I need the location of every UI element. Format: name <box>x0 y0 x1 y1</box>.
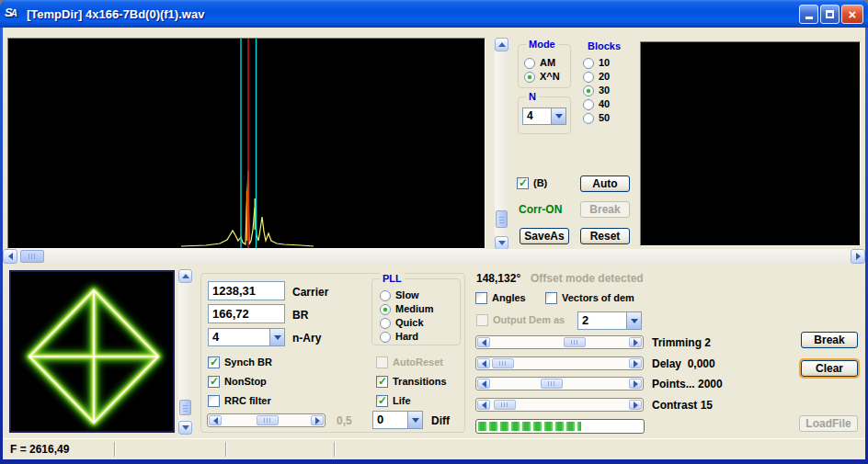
radio-mode-am[interactable]: AM <box>524 57 555 69</box>
radio-mode-xn[interactable]: X^N <box>524 71 560 83</box>
constellation-vscrollbar[interactable] <box>178 269 192 435</box>
radio-icon <box>380 332 391 343</box>
saveas-button[interactable]: SaveAs <box>520 228 569 244</box>
scroll-up-button[interactable] <box>495 38 508 51</box>
radio-icon <box>583 72 594 83</box>
slider-thumb[interactable] <box>257 415 279 425</box>
slider-left-button[interactable] <box>477 379 490 389</box>
scroll-thumb[interactable] <box>496 210 508 228</box>
nary-dropdown-button[interactable] <box>269 329 284 345</box>
close-button[interactable]: × <box>841 5 863 24</box>
contrast-slider[interactable] <box>475 398 644 412</box>
slider-right-button[interactable] <box>311 415 324 425</box>
slider-thumb[interactable] <box>564 337 586 347</box>
n-dropdown-button[interactable] <box>551 108 565 124</box>
slider-left-button[interactable] <box>477 358 490 368</box>
output-dem-as-checkbox: Output Dem as <box>476 314 565 326</box>
br-input[interactable] <box>208 304 285 323</box>
arrow-down-icon <box>182 425 189 434</box>
n-combobox[interactable]: 4 <box>522 108 566 125</box>
arrow-left-icon <box>478 360 486 368</box>
carrier-input[interactable] <box>208 281 285 300</box>
constellation-display[interactable] <box>9 270 175 433</box>
arrow-left-icon <box>5 253 13 260</box>
auto-button[interactable]: Auto <box>580 175 630 192</box>
points-slider[interactable] <box>475 377 644 390</box>
mode-group-label: Mode <box>526 39 558 50</box>
delay-label: Delay 0,000 <box>652 357 715 370</box>
radio-icon <box>583 99 594 110</box>
spectrum-display[interactable] <box>7 38 485 249</box>
checkbox-disabled-icon <box>476 314 488 326</box>
scroll-thumb[interactable] <box>179 400 191 415</box>
scroll-thumb[interactable] <box>20 250 44 263</box>
radio-blocks-20[interactable]: 20 <box>583 71 610 83</box>
status-divider <box>334 442 335 457</box>
output-dem-combobox[interactable]: 2 <box>577 311 642 330</box>
nary-value: 4 <box>209 329 269 345</box>
scroll-down-button[interactable] <box>178 421 192 435</box>
reset-button[interactable]: Reset <box>580 228 630 244</box>
break-button[interactable]: Break <box>801 332 858 348</box>
br-label: BR <box>292 309 308 322</box>
vectors-of-dem-checkbox[interactable]: Vectors of dem <box>545 292 634 304</box>
radio-pll-quick[interactable]: Quick <box>380 317 424 329</box>
output-dem-dropdown-button[interactable] <box>626 312 641 329</box>
rrc-slider-value: 0,5 <box>337 414 352 427</box>
arrow-right-icon <box>856 253 864 260</box>
diff-dropdown-button[interactable] <box>407 412 422 428</box>
minimize-button[interactable] <box>799 5 818 24</box>
rrc-filter-checkbox[interactable]: RRC filter <box>208 395 271 407</box>
progress-fill <box>478 422 581 431</box>
angles-checkbox[interactable]: Angles <box>475 292 526 304</box>
radio-blocks-10[interactable]: 10 <box>583 57 610 69</box>
maximize-icon <box>826 10 834 18</box>
radio-pll-hard[interactable]: Hard <box>380 331 418 343</box>
scroll-right-button[interactable] <box>851 249 865 264</box>
trimming-slider[interactable] <box>475 335 644 349</box>
spectrum-vscrollbar[interactable] <box>495 38 508 250</box>
rrc-slider[interactable] <box>207 413 326 427</box>
b-checkbox[interactable]: (B) <box>517 177 547 189</box>
slider-left-button[interactable] <box>477 400 490 410</box>
slider-right-button[interactable] <box>629 337 642 347</box>
arrow-left-icon <box>210 417 218 424</box>
title-bar[interactable]: SA [TempDir] 4x166-7Bd(0)(f1).wav × <box>0 0 868 28</box>
radio-pll-slow[interactable]: Slow <box>380 289 419 301</box>
nary-combobox[interactable]: 4 <box>208 328 285 346</box>
slider-right-button[interactable] <box>629 358 642 368</box>
slider-left-button[interactable] <box>477 337 490 347</box>
constellation-figure <box>11 272 173 431</box>
arrow-down-icon <box>498 241 506 249</box>
secondary-display[interactable] <box>640 41 861 246</box>
radio-blocks-50[interactable]: 50 <box>583 112 610 124</box>
slider-right-button[interactable] <box>629 400 642 410</box>
radio-blocks-40[interactable]: 40 <box>583 98 610 110</box>
slider-thumb[interactable] <box>494 400 516 410</box>
diff-combobox[interactable]: 0 <box>372 411 423 429</box>
scroll-left-button[interactable] <box>3 249 17 264</box>
transitions-checkbox[interactable]: Transitions <box>376 376 447 388</box>
delay-slider[interactable] <box>475 356 644 370</box>
nonstop-checkbox[interactable]: NonStop <box>208 376 267 388</box>
synch-br-checkbox[interactable]: Synch BR <box>208 356 272 368</box>
radio-blocks-30[interactable]: 30 <box>583 85 610 96</box>
diff-value: 0 <box>373 412 407 428</box>
status-frequency: F = 2616,49 <box>10 443 69 456</box>
life-checkbox[interactable]: Life <box>376 395 411 407</box>
arrow-left-icon <box>478 380 486 388</box>
window-controls: × <box>799 5 863 24</box>
slider-right-button[interactable] <box>629 379 642 389</box>
arrow-right-icon <box>634 360 642 368</box>
scroll-up-button[interactable] <box>178 269 192 283</box>
slider-left-button[interactable] <box>209 415 222 425</box>
slider-thumb[interactable] <box>541 379 563 389</box>
maximize-button[interactable] <box>820 5 839 24</box>
clear-button[interactable]: Clear <box>801 360 858 377</box>
radio-pll-medium[interactable]: Medium <box>380 303 434 315</box>
app-icon[interactable]: SA <box>5 6 23 22</box>
main-hscrollbar[interactable] <box>3 249 865 264</box>
checkbox-checked-icon <box>517 177 529 189</box>
scroll-down-button[interactable] <box>495 236 508 250</box>
slider-thumb[interactable] <box>492 358 514 368</box>
